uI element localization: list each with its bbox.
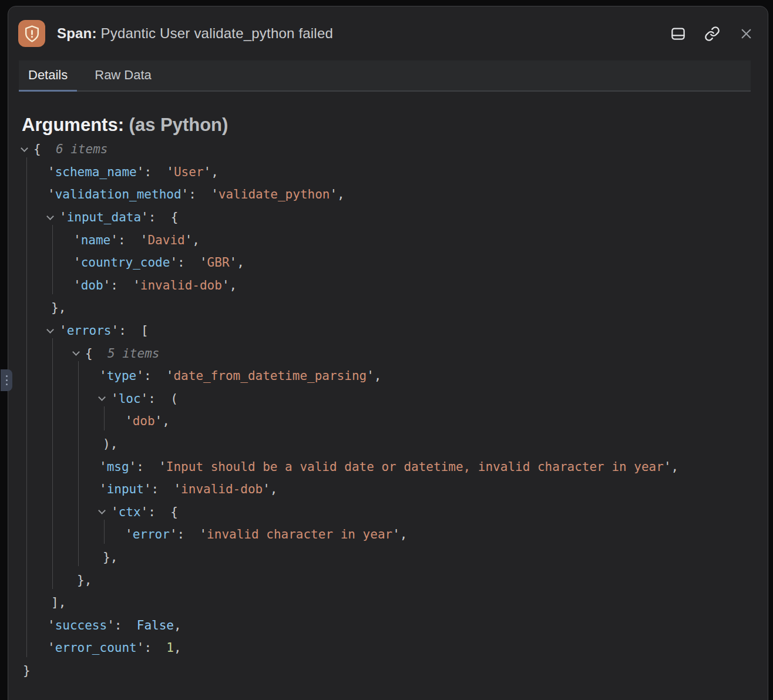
- code-line: 'ctx': {: [22, 501, 756, 524]
- code-token: schema_name: [55, 165, 137, 179]
- code-line: },: [22, 546, 756, 569]
- tab-details[interactable]: Details: [19, 60, 77, 92]
- close-button[interactable]: [736, 23, 756, 43]
- arguments-heading-suffix: (as Python): [124, 115, 228, 135]
- code-line: },: [22, 297, 756, 319]
- code-token: ': ': [170, 255, 207, 270]
- code-token: dob: [133, 414, 155, 428]
- collapse-chevron-icon[interactable]: [99, 501, 111, 524]
- code-token: ',: [392, 527, 407, 541]
- code-token: }: [23, 664, 31, 678]
- code-line: 'country_code': 'GBR',: [22, 251, 756, 274]
- code-token: ',: [204, 165, 219, 179]
- code-token: ': {: [141, 505, 178, 519]
- code-token: Input should be a valid date or datetime…: [166, 460, 664, 474]
- code-token: ',: [330, 187, 344, 201]
- code-token: {: [85, 346, 93, 361]
- code-line: 'success': False,: [22, 614, 756, 637]
- code-token: ',: [155, 414, 170, 428]
- copy-link-button[interactable]: [702, 23, 722, 43]
- code-line: 'errors': [: [22, 319, 756, 342]
- code-token: ': [111, 505, 119, 519]
- code-token: ': [59, 210, 67, 224]
- code-token: ,: [174, 618, 182, 632]
- arguments-heading-main: Arguments:: [22, 115, 124, 135]
- code-token: ': ': [103, 278, 140, 292]
- code-token: {: [33, 142, 41, 156]
- code-token: David: [147, 233, 184, 247]
- code-line: 'msg': 'Input should be a valid date or …: [22, 455, 756, 478]
- code-line: 'error': 'invalid character in year',: [22, 523, 756, 546]
- code-line: { 6 items: [22, 138, 756, 161]
- panel-title-prefix: Span:: [57, 25, 97, 41]
- panel-resize-handle[interactable]: [1, 369, 12, 391]
- collapse-chevron-icon[interactable]: [48, 206, 59, 229]
- code-token: input_data: [67, 210, 141, 224]
- code-token: ':: [107, 618, 137, 632]
- dock-bottom-button[interactable]: [668, 23, 688, 43]
- code-line: 'input_data': {: [22, 206, 756, 229]
- code-line: 'name': 'David',: [22, 228, 756, 251]
- code-tree: { 6 items'schema_name': 'User','validati…: [22, 138, 756, 682]
- code-token: error: [133, 527, 170, 541]
- code-token: ',: [664, 460, 678, 474]
- code-token: },: [51, 301, 66, 315]
- code-token: ': [: [112, 324, 149, 338]
- arguments-heading: Arguments: (as Python): [22, 113, 756, 137]
- code-line: },: [22, 568, 756, 591]
- code-token: invalid-dob: [140, 278, 222, 292]
- code-token: False: [137, 618, 174, 632]
- code-line: 'validation_method': 'validate_python',: [22, 183, 756, 206]
- code-token: ': ': [129, 460, 166, 474]
- code-token: dob: [81, 278, 103, 292]
- dock-bottom-icon: [670, 26, 686, 42]
- tab-raw-data[interactable]: Raw Data: [85, 60, 161, 92]
- code-token: ':: [137, 641, 167, 655]
- code-token: ': [48, 165, 55, 179]
- code-token: validate_python: [219, 187, 330, 201]
- code-token: ',: [185, 233, 200, 247]
- code-token: ': [59, 324, 67, 338]
- code-line: 'type': 'date_from_datetime_parsing',: [22, 365, 756, 388]
- code-token: ': [111, 392, 119, 406]
- code-token: ': ': [170, 527, 207, 541]
- code-token: User: [174, 165, 204, 179]
- panel-header: Span: Pydantic User validate_python fail…: [8, 6, 768, 60]
- code-token: ',: [263, 482, 277, 496]
- code-token: type: [107, 369, 137, 383]
- code-token: errors: [67, 324, 112, 338]
- collapse-chevron-icon[interactable]: [99, 388, 111, 410]
- code-token: ',: [222, 278, 237, 292]
- code-token: ': [48, 187, 55, 201]
- code-token: validation_method: [55, 187, 182, 201]
- code-token: ],: [51, 595, 66, 610]
- code-token: loc: [119, 392, 141, 406]
- code-token: ',: [230, 255, 244, 270]
- code-token: ': [125, 414, 133, 428]
- span-type-badge: [18, 20, 45, 47]
- code-token: invalid character in year: [207, 527, 392, 541]
- collapse-chevron-icon[interactable]: [48, 319, 59, 342]
- code-token: 6 items: [41, 142, 108, 156]
- code-line: ),: [22, 433, 756, 456]
- code-token: ',: [367, 369, 381, 383]
- collapse-chevron-icon[interactable]: [73, 342, 85, 365]
- code-line: 'dob',: [22, 410, 756, 433]
- code-token: ctx: [119, 505, 141, 519]
- code-token: ': [73, 255, 81, 270]
- code-token: GBR: [207, 255, 230, 270]
- details-content: Arguments: (as Python) { 6 items'schema_…: [8, 113, 768, 682]
- link-icon: [704, 26, 720, 42]
- code-token: ': ': [182, 187, 219, 201]
- collapse-chevron-icon[interactable]: [22, 138, 33, 161]
- code-token: ': [99, 482, 107, 496]
- tab-bar: Details Raw Data: [19, 60, 751, 92]
- code-token: ': ': [136, 369, 173, 383]
- code-token: invalid-dob: [181, 482, 263, 496]
- code-line: { 5 items: [22, 342, 756, 365]
- panel-title-text: Pydantic User validate_python failed: [101, 25, 333, 41]
- code-token: ': ': [144, 482, 181, 496]
- code-token: input: [107, 482, 144, 496]
- code-token: },: [103, 550, 117, 564]
- code-token: ': ': [137, 165, 174, 179]
